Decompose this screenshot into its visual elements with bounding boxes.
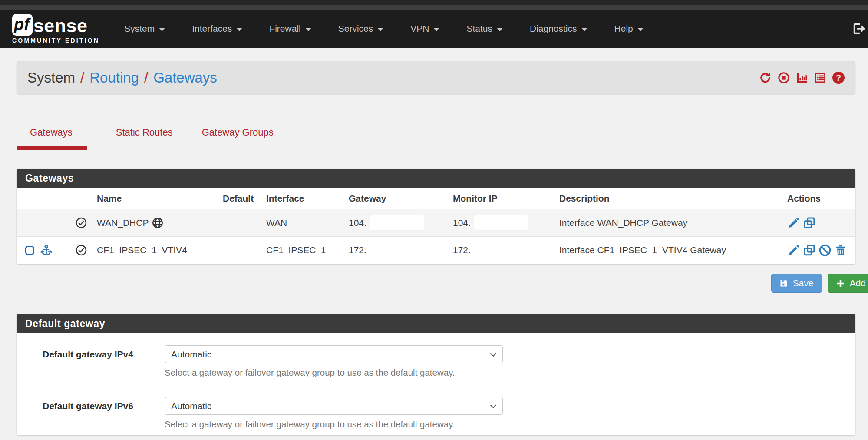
nav-item-services[interactable]: Services <box>325 10 397 48</box>
col-name: Name <box>92 188 218 209</box>
globe-icon <box>152 217 164 229</box>
nav-item-system[interactable]: System <box>111 10 178 48</box>
nav-label: Diagnostics <box>530 23 577 34</box>
anchor-icon <box>40 244 53 257</box>
breadcrumb-link-gateways[interactable]: Gateways <box>153 69 217 86</box>
chart-icon[interactable] <box>796 72 808 84</box>
chevron-down-icon <box>433 28 439 31</box>
chevron-down-icon <box>637 28 644 31</box>
disable-icon[interactable] <box>818 244 832 257</box>
sign-out-icon[interactable] <box>851 22 865 36</box>
square-icon <box>25 246 34 255</box>
form-row-ipv4: Default gateway IPv4 Automatic Select a … <box>17 345 855 378</box>
nav-menu: System Interfaces Firewall Services VPN … <box>111 10 657 48</box>
monitor-ip: 104. <box>453 218 471 228</box>
logo-subtitle: COMMUNITY EDITION <box>12 37 99 44</box>
chevron-down-icon <box>497 28 503 31</box>
chevron-down-icon <box>236 28 242 31</box>
gateway-name: WAN_DHCP <box>97 218 149 228</box>
default-gateway-ipv6-select[interactable]: Automatic <box>165 397 503 415</box>
table-button-row: Save Add <box>17 274 868 293</box>
delete-icon[interactable] <box>834 244 847 257</box>
gateways-table: Name Default Interface Gateway Monitor I… <box>17 188 855 264</box>
gateway-address: 104. <box>349 218 366 228</box>
col-description: Description <box>555 188 783 209</box>
monitor-ip: 172. <box>449 237 555 264</box>
table-row: CF1_IPSEC_1_VTIV4 CF1_IPSEC_1 172. 172. … <box>17 237 855 264</box>
refresh-icon[interactable] <box>759 72 772 84</box>
save-label: Save <box>793 278 814 288</box>
chevron-down-icon <box>377 28 383 31</box>
nav-label: Services <box>338 23 373 34</box>
col-interface: Interface <box>262 188 344 209</box>
col-default: Default <box>218 188 262 209</box>
pfsense-logo[interactable]: pf sense COMMUNITY EDITION <box>12 14 99 44</box>
row-actions <box>787 244 855 257</box>
copy-icon[interactable] <box>803 216 816 229</box>
breadcrumb-system: System <box>27 69 75 86</box>
edit-icon[interactable] <box>787 244 800 257</box>
save-icon <box>779 279 788 288</box>
save-button[interactable]: Save <box>771 274 822 293</box>
edit-icon[interactable] <box>787 216 800 229</box>
logo-pf-badge: pf <box>12 14 33 36</box>
gateway-interface: CF1_IPSEC_1 <box>262 237 344 264</box>
redacted-value <box>370 215 424 230</box>
nav-label: Status <box>466 23 492 34</box>
nav-item-diagnostics[interactable]: Diagnostics <box>516 10 601 48</box>
nav-label: Help <box>614 23 633 34</box>
col-monitor-ip: Monitor IP <box>449 188 555 209</box>
check-circle-icon <box>75 244 92 256</box>
gateway-description: Interface WAN_DHCP Gateway <box>555 209 783 237</box>
col-gateway: Gateway <box>344 188 449 209</box>
add-button[interactable]: Add <box>828 274 868 293</box>
gateway-address: 172. <box>344 237 449 264</box>
default-gateway-ipv4-select[interactable]: Automatic <box>165 345 503 363</box>
nav-item-interfaces[interactable]: Interfaces <box>178 10 256 48</box>
nav-label: System <box>124 23 155 34</box>
default-gateway-ipv6-help: Select a gateway or failover gateway gro… <box>165 419 503 430</box>
gateway-default <box>218 237 262 264</box>
chevron-down-icon <box>581 28 587 31</box>
copy-icon[interactable] <box>803 244 816 257</box>
nav-item-status[interactable]: Status <box>453 10 516 48</box>
col-status <box>71 188 92 209</box>
breadcrumb-bar: System / Routing / Gateways ? <box>17 61 855 94</box>
nav-item-firewall[interactable]: Firewall <box>256 10 324 48</box>
logo-sense-text: sense <box>33 16 87 36</box>
chevron-down-icon <box>159 28 165 31</box>
gateway-name: CF1_IPSEC_1_VTIV4 <box>92 237 218 264</box>
chevron-down-icon <box>305 28 311 31</box>
row-actions <box>787 216 855 229</box>
col-actions: Actions <box>783 188 855 209</box>
gateway-interface: WAN <box>262 209 344 237</box>
col-left-icons <box>17 188 71 209</box>
breadcrumb-link-routing[interactable]: Routing <box>89 69 139 86</box>
nav-label: VPN <box>410 23 429 34</box>
default-gateway-ipv4-label: Default gateway IPv4 <box>43 345 151 360</box>
breadcrumb: System / Routing / Gateways <box>27 69 217 86</box>
tab-gateways[interactable]: Gateways <box>17 127 87 150</box>
window-sub-strip <box>0 5 868 10</box>
check-circle-icon <box>75 217 92 229</box>
nav-label: Interfaces <box>192 23 232 34</box>
default-gateway-panel-title: Default gateway <box>17 314 855 333</box>
gateway-default <box>218 209 262 237</box>
page-toolbar-icons: ? <box>759 72 845 84</box>
default-gateway-ipv6-label: Default gateway IPv6 <box>43 397 151 411</box>
nav-item-help[interactable]: Help <box>601 10 657 48</box>
default-gateway-ipv4-help: Select a gateway or failover gateway gro… <box>165 367 503 378</box>
gateway-description: Interface CF1_IPSEC_1_VTIV4 Gateway <box>555 237 783 264</box>
main-navbar: pf sense COMMUNITY EDITION System Interf… <box>0 10 868 48</box>
form-row-ipv6: Default gateway IPv6 Automatic Select a … <box>17 397 855 430</box>
help-icon[interactable]: ? <box>832 72 845 84</box>
log-icon[interactable] <box>814 72 826 84</box>
default-gateway-panel: Default gateway Default gateway IPv4 Aut… <box>17 314 855 435</box>
stop-icon[interactable] <box>778 72 790 84</box>
nav-item-vpn[interactable]: VPN <box>397 10 453 48</box>
redacted-value <box>474 215 528 230</box>
tab-gateway-groups[interactable]: Gateway Groups <box>202 127 274 150</box>
table-header-row: Name Default Interface Gateway Monitor I… <box>17 188 855 209</box>
nav-label: Firewall <box>269 23 300 34</box>
tab-static-routes[interactable]: Static Routes <box>116 127 173 150</box>
